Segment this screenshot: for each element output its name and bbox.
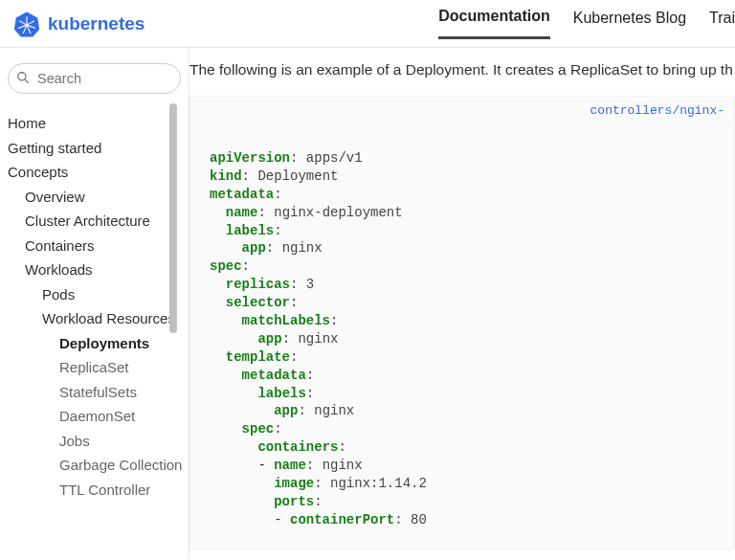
- brand-name: kubernetes: [48, 13, 145, 34]
- page-layout: HomeGetting startedConceptsOverviewClust…: [0, 48, 735, 560]
- sidebar-item[interactable]: Overview: [6, 185, 183, 210]
- sidebar-item[interactable]: TTL Controller: [6, 478, 183, 503]
- sidebar-scrollbar[interactable]: [169, 103, 177, 560]
- kubernetes-logo-icon: [13, 11, 40, 37]
- sidebar-scrollbar-thumb[interactable]: [169, 103, 177, 333]
- sidebar-item[interactable]: Containers: [6, 234, 183, 258]
- sidebar-item[interactable]: Concepts: [6, 160, 183, 185]
- sidebar-item[interactable]: DaemonSet: [6, 404, 183, 429]
- code-body: apiVersion: apps/v1 kind: Deployment met…: [190, 123, 734, 549]
- intro-text: The following is an example of a Deploym…: [189, 61, 735, 96]
- sidebar-item[interactable]: Garbage Collection: [6, 453, 183, 478]
- sidebar-item[interactable]: Cluster Architecture: [6, 209, 183, 234]
- search-input[interactable]: [8, 63, 181, 94]
- sidebar-item[interactable]: StatefulSets: [6, 380, 183, 405]
- app-header: kubernetes DocumentationKubernetes BlogT…: [0, 0, 735, 48]
- code-card: controllers/nginx- apiVersion: apps/v1 k…: [189, 96, 735, 549]
- svg-line-10: [25, 79, 29, 83]
- sidebar: HomeGetting startedConceptsOverviewClust…: [0, 48, 189, 560]
- code-header: controllers/nginx-: [190, 97, 734, 123]
- topnav-link[interactable]: Trai: [709, 10, 735, 38]
- code-source-link[interactable]: controllers/nginx-: [590, 103, 724, 118]
- svg-point-9: [18, 73, 26, 80]
- sidebar-item[interactable]: Workload Resources: [6, 306, 183, 331]
- top-nav: DocumentationKubernetes BlogTrai: [438, 8, 735, 39]
- brand[interactable]: kubernetes: [13, 11, 145, 37]
- main-content: The following is an example of a Deploym…: [189, 48, 735, 560]
- topnav-link[interactable]: Kubernetes Blog: [573, 10, 686, 38]
- sidebar-item[interactable]: Home: [6, 111, 183, 136]
- search-field[interactable]: [6, 63, 183, 94]
- nav-tree: HomeGetting startedConceptsOverviewClust…: [6, 111, 183, 502]
- search-icon: [16, 71, 30, 84]
- sidebar-item[interactable]: Pods: [6, 282, 183, 307]
- topnav-link[interactable]: Documentation: [438, 8, 549, 39]
- sidebar-item[interactable]: Jobs: [6, 429, 183, 454]
- sidebar-item[interactable]: ReplicaSet: [6, 355, 183, 380]
- sidebar-item[interactable]: Getting started: [6, 136, 183, 161]
- sidebar-item[interactable]: Workloads: [6, 258, 183, 282]
- sidebar-item[interactable]: Deployments: [6, 331, 183, 356]
